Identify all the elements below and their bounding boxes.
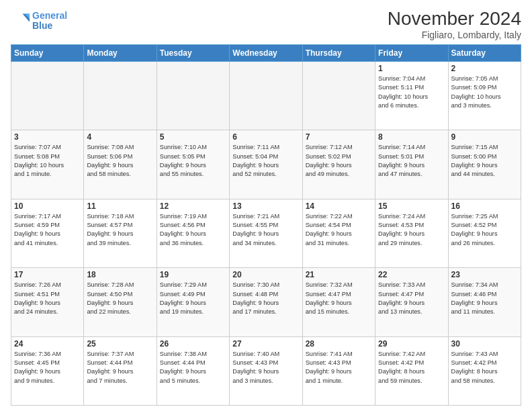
calendar-cell: 28Sunrise: 7:41 AM Sunset: 4:43 PM Dayli… (302, 336, 375, 405)
logo-text: General Blue (32, 11, 67, 32)
logo-blue: Blue (32, 20, 52, 31)
calendar-week-row: 24Sunrise: 7:36 AM Sunset: 4:45 PM Dayli… (11, 336, 521, 405)
weekday-header: Friday (375, 45, 448, 62)
day-info: Sunrise: 7:07 AM Sunset: 5:08 PM Dayligh… (14, 143, 81, 179)
day-number: 2 (451, 64, 518, 73)
day-number: 28 (306, 339, 372, 349)
header: General Blue November 2024 Figliaro, Lom… (11, 8, 521, 40)
calendar-cell (302, 62, 375, 130)
calendar-week-row: 3Sunrise: 7:07 AM Sunset: 5:08 PM Daylig… (11, 130, 521, 199)
day-number: 23 (451, 270, 518, 279)
logo-icon (11, 11, 30, 30)
calendar-cell: 13Sunrise: 7:21 AM Sunset: 4:55 PM Dayli… (230, 199, 302, 267)
day-number: 30 (451, 339, 518, 349)
day-info: Sunrise: 7:12 AM Sunset: 5:02 PM Dayligh… (306, 143, 372, 179)
day-info: Sunrise: 7:30 AM Sunset: 4:48 PM Dayligh… (232, 281, 299, 316)
calendar-cell: 10Sunrise: 7:17 AM Sunset: 4:59 PM Dayli… (11, 199, 84, 267)
calendar-cell: 16Sunrise: 7:25 AM Sunset: 4:52 PM Dayli… (448, 199, 521, 267)
day-number: 13 (232, 201, 299, 211)
calendar-cell (11, 62, 84, 130)
day-info: Sunrise: 7:08 AM Sunset: 5:06 PM Dayligh… (87, 143, 153, 179)
calendar-cell: 6Sunrise: 7:11 AM Sunset: 5:04 PM Daylig… (230, 130, 302, 199)
calendar-cell: 11Sunrise: 7:18 AM Sunset: 4:57 PM Dayli… (84, 199, 157, 267)
calendar-header-row: SundayMondayTuesdayWednesdayThursdayFrid… (11, 45, 521, 62)
day-info: Sunrise: 7:10 AM Sunset: 5:05 PM Dayligh… (160, 143, 226, 179)
day-number: 25 (87, 339, 153, 349)
title-block: November 2024 Figliaro, Lombardy, Italy (388, 8, 521, 40)
day-number: 11 (87, 201, 153, 211)
day-info: Sunrise: 7:22 AM Sunset: 4:54 PM Dayligh… (306, 212, 372, 248)
day-info: Sunrise: 7:43 AM Sunset: 4:42 PM Dayligh… (451, 350, 518, 385)
calendar-cell: 27Sunrise: 7:40 AM Sunset: 4:43 PM Dayli… (230, 336, 302, 405)
calendar-cell: 20Sunrise: 7:30 AM Sunset: 4:48 PM Dayli… (230, 268, 302, 336)
calendar-cell: 4Sunrise: 7:08 AM Sunset: 5:06 PM Daylig… (84, 130, 157, 199)
weekday-header: Thursday (302, 45, 375, 62)
calendar-cell: 26Sunrise: 7:38 AM Sunset: 4:44 PM Dayli… (157, 336, 229, 405)
day-number: 1 (378, 64, 445, 73)
calendar-cell: 21Sunrise: 7:32 AM Sunset: 4:47 PM Dayli… (302, 268, 375, 336)
calendar-cell: 25Sunrise: 7:37 AM Sunset: 4:44 PM Dayli… (84, 336, 157, 405)
day-info: Sunrise: 7:24 AM Sunset: 4:53 PM Dayligh… (378, 212, 445, 248)
day-info: Sunrise: 7:38 AM Sunset: 4:44 PM Dayligh… (160, 350, 226, 385)
location: Figliaro, Lombardy, Italy (388, 30, 521, 40)
day-number: 16 (451, 201, 518, 211)
weekday-header: Sunday (11, 45, 84, 62)
calendar-cell: 15Sunrise: 7:24 AM Sunset: 4:53 PM Dayli… (375, 199, 448, 267)
day-info: Sunrise: 7:32 AM Sunset: 4:47 PM Dayligh… (306, 281, 372, 316)
calendar-cell: 30Sunrise: 7:43 AM Sunset: 4:42 PM Dayli… (448, 336, 521, 405)
day-number: 10 (14, 201, 81, 211)
calendar-cell: 23Sunrise: 7:34 AM Sunset: 4:46 PM Dayli… (448, 268, 521, 336)
calendar-week-row: 17Sunrise: 7:26 AM Sunset: 4:51 PM Dayli… (11, 268, 521, 336)
day-number: 27 (232, 339, 299, 349)
calendar-cell: 18Sunrise: 7:28 AM Sunset: 4:50 PM Dayli… (84, 268, 157, 336)
day-number: 29 (378, 339, 445, 349)
day-number: 22 (378, 270, 445, 279)
calendar-cell: 2Sunrise: 7:05 AM Sunset: 5:09 PM Daylig… (448, 62, 521, 130)
day-number: 20 (232, 270, 299, 279)
calendar-cell (84, 62, 157, 130)
day-number: 9 (451, 132, 518, 142)
calendar-cell: 8Sunrise: 7:14 AM Sunset: 5:01 PM Daylig… (375, 130, 448, 199)
day-info: Sunrise: 7:41 AM Sunset: 4:43 PM Dayligh… (306, 350, 372, 385)
day-info: Sunrise: 7:25 AM Sunset: 4:52 PM Dayligh… (451, 212, 518, 248)
calendar-cell: 9Sunrise: 7:15 AM Sunset: 5:00 PM Daylig… (448, 130, 521, 199)
page: General Blue November 2024 Figliaro, Lom… (0, 0, 532, 411)
day-info: Sunrise: 7:33 AM Sunset: 4:47 PM Dayligh… (378, 281, 445, 316)
day-info: Sunrise: 7:26 AM Sunset: 4:51 PM Dayligh… (14, 281, 81, 316)
day-info: Sunrise: 7:37 AM Sunset: 4:44 PM Dayligh… (87, 350, 153, 385)
day-info: Sunrise: 7:36 AM Sunset: 4:45 PM Dayligh… (14, 350, 81, 385)
calendar-week-row: 10Sunrise: 7:17 AM Sunset: 4:59 PM Dayli… (11, 199, 521, 267)
day-number: 4 (87, 132, 153, 142)
day-number: 24 (14, 339, 81, 349)
day-number: 14 (306, 201, 372, 211)
day-info: Sunrise: 7:05 AM Sunset: 5:09 PM Dayligh… (451, 75, 518, 110)
calendar-cell (157, 62, 229, 130)
day-number: 19 (160, 270, 226, 279)
day-info: Sunrise: 7:40 AM Sunset: 4:43 PM Dayligh… (232, 350, 299, 385)
day-info: Sunrise: 7:21 AM Sunset: 4:55 PM Dayligh… (232, 212, 299, 248)
day-info: Sunrise: 7:34 AM Sunset: 4:46 PM Dayligh… (451, 281, 518, 316)
calendar-cell: 22Sunrise: 7:33 AM Sunset: 4:47 PM Dayli… (375, 268, 448, 336)
calendar-cell: 3Sunrise: 7:07 AM Sunset: 5:08 PM Daylig… (11, 130, 84, 199)
day-info: Sunrise: 7:04 AM Sunset: 5:11 PM Dayligh… (378, 75, 445, 110)
logo-general: General (32, 10, 67, 21)
day-number: 21 (306, 270, 372, 279)
calendar-cell (230, 62, 302, 130)
day-number: 5 (160, 132, 226, 142)
day-info: Sunrise: 7:11 AM Sunset: 5:04 PM Dayligh… (232, 143, 299, 179)
day-number: 7 (306, 132, 372, 142)
day-info: Sunrise: 7:19 AM Sunset: 4:56 PM Dayligh… (160, 212, 226, 248)
logo: General Blue (11, 11, 67, 32)
day-number: 18 (87, 270, 153, 279)
calendar-cell: 12Sunrise: 7:19 AM Sunset: 4:56 PM Dayli… (157, 199, 229, 267)
day-info: Sunrise: 7:42 AM Sunset: 4:42 PM Dayligh… (378, 350, 445, 385)
weekday-header: Monday (84, 45, 157, 62)
day-number: 26 (160, 339, 226, 349)
day-number: 12 (160, 201, 226, 211)
day-info: Sunrise: 7:29 AM Sunset: 4:49 PM Dayligh… (160, 281, 226, 316)
day-info: Sunrise: 7:17 AM Sunset: 4:59 PM Dayligh… (14, 212, 81, 248)
calendar-cell: 17Sunrise: 7:26 AM Sunset: 4:51 PM Dayli… (11, 268, 84, 336)
calendar-cell: 19Sunrise: 7:29 AM Sunset: 4:49 PM Dayli… (157, 268, 229, 336)
calendar-table: SundayMondayTuesdayWednesdayThursdayFrid… (11, 44, 521, 406)
day-number: 3 (14, 132, 81, 142)
